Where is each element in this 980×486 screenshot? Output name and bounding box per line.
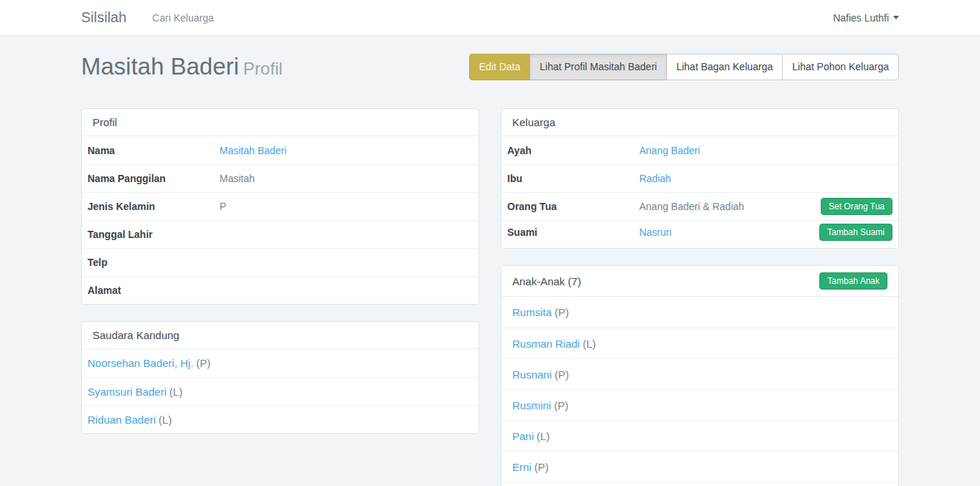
person-link[interactable]: Noorsehan Baderi, Hj. xyxy=(88,357,194,369)
table-row: Alamat xyxy=(82,276,479,304)
list-item: Rusnani (P) xyxy=(501,358,898,389)
row-value: Masitah xyxy=(220,173,473,184)
list-item: Erni (P) xyxy=(501,451,898,482)
anak-list: Rumsita (P) Rusman Riadi (L) Rusnani (P)… xyxy=(501,297,898,486)
gender-tag: (P) xyxy=(554,399,568,411)
gender-tag: (P) xyxy=(534,461,549,473)
row-label: Nama xyxy=(88,145,220,156)
person-link[interactable]: Radiah xyxy=(639,173,671,184)
anak-panel-heading: Anak-Anak (7) Tambah Anak xyxy=(501,266,898,297)
row-label: Telp xyxy=(88,257,220,268)
user-dropdown[interactable]: Nafies Luthfi xyxy=(833,12,899,24)
table-row: Ayah Anang Baderi xyxy=(501,136,898,164)
person-link[interactable]: Erni xyxy=(512,461,532,473)
list-item: Riduan Baderi (L) xyxy=(82,405,479,433)
list-item: Pani (L) xyxy=(501,420,898,451)
saudara-panel-heading: Saudara Kandung xyxy=(82,322,479,349)
gender-tag: (L) xyxy=(169,386,182,398)
table-row: Jenis Kelamin P xyxy=(82,192,479,220)
person-link[interactable]: Rusnani xyxy=(512,368,552,381)
gender-tag: (P) xyxy=(555,368,569,381)
lihat-profil-button[interactable]: Lihat Profil Masitah Baderi xyxy=(529,54,666,80)
table-row: Nama Masitah Baderi xyxy=(82,136,479,164)
list-item-clipped xyxy=(501,482,898,486)
table-row: Nama Panggilan Masitah xyxy=(82,164,479,192)
row-label: Nama Panggilan xyxy=(88,173,220,184)
row-value: Anang Baderi & Radiah xyxy=(639,201,821,212)
person-link[interactable]: Riduan Baderi xyxy=(88,414,156,426)
keluarga-panel-title: Keluarga xyxy=(512,116,555,128)
lihat-bagan-keluarga-button[interactable]: Lihat Bagan Keluarga xyxy=(666,54,783,80)
tambah-anak-button[interactable]: Tambah Anak xyxy=(819,272,887,290)
page-title: Masitah BaderiProfil xyxy=(81,52,283,83)
list-item: Syamsuri Baderi (L) xyxy=(82,377,479,405)
row-label: Tanggal Lahir xyxy=(88,229,220,240)
row-label: Ayah xyxy=(507,145,639,156)
person-link[interactable]: Anang Baderi xyxy=(639,145,700,156)
keluarga-panel: Keluarga Ayah Anang Baderi Ibu Radiah Or… xyxy=(501,108,899,249)
right-column: Keluarga Ayah Anang Baderi Ibu Radiah Or… xyxy=(501,108,899,486)
person-link[interactable]: Pani xyxy=(512,430,534,442)
row-label: Ibu xyxy=(507,173,639,184)
person-name: Masitah Baderi xyxy=(81,53,239,80)
profil-panel-heading: Profil xyxy=(82,109,479,136)
chevron-down-icon xyxy=(893,16,899,19)
anak-anak-panel: Anak-Anak (7) Tambah Anak Rumsita (P) Ru… xyxy=(501,265,899,486)
table-row: Ibu Radiah xyxy=(501,164,898,192)
row-label: Orang Tua xyxy=(507,201,639,212)
gender-tag: (P) xyxy=(197,357,211,369)
list-item: Rumsita (P) xyxy=(501,297,898,328)
saudara-kandung-panel: Saudara Kandung Noorsehan Baderi, Hj. (P… xyxy=(81,321,479,434)
row-label: Alamat xyxy=(88,285,220,296)
table-row: Telp xyxy=(82,248,479,276)
page-subtitle: Profil xyxy=(243,59,283,78)
tambah-suami-button[interactable]: Tambah Suami xyxy=(819,224,892,241)
left-column: Profil Nama Masitah Baderi Nama Panggila… xyxy=(81,108,479,486)
page-header: Masitah BaderiProfil Edit Data Lihat Pro… xyxy=(81,52,899,83)
nav-item-cari-keluarga[interactable]: Cari Keluarga xyxy=(152,12,214,24)
profile-action-button-group: Edit Data Lihat Profil Masitah Baderi Li… xyxy=(469,54,899,80)
lihat-pohon-keluarga-button[interactable]: Lihat Pohon Keluarga xyxy=(782,54,899,80)
saudara-panel-title: Saudara Kandung xyxy=(93,329,179,341)
navbar: Silsilah Cari Keluarga Nafies Luthfi xyxy=(0,0,980,36)
gender-tag: (L) xyxy=(537,430,550,442)
row-label: Jenis Kelamin xyxy=(88,201,220,212)
person-link[interactable]: Nasrun xyxy=(639,227,672,238)
person-link[interactable]: Rusman Riadi xyxy=(512,338,580,350)
profil-panel: Profil Nama Masitah Baderi Nama Panggila… xyxy=(81,108,479,305)
saudara-list: Noorsehan Baderi, Hj. (P) Syamsuri Bader… xyxy=(82,349,479,433)
person-link[interactable]: Syamsuri Baderi xyxy=(88,386,166,398)
anak-panel-title: Anak-Anak (7) xyxy=(512,275,581,287)
table-row: Suami Nasrun Tambah Suami xyxy=(501,220,898,248)
profil-table: Nama Masitah Baderi Nama Panggilan Masit… xyxy=(82,136,479,304)
table-row: Tanggal Lahir xyxy=(82,220,479,248)
gender-tag: (L) xyxy=(583,338,595,350)
set-orang-tua-button[interactable]: Set Orang Tua xyxy=(821,198,892,215)
gender-tag: (P) xyxy=(555,306,569,318)
list-item: Noorsehan Baderi, Hj. (P) xyxy=(82,349,479,377)
keluarga-panel-heading: Keluarga xyxy=(501,109,898,136)
person-link[interactable]: Rusmini xyxy=(512,399,551,411)
brand-silsilah[interactable]: Silsilah xyxy=(81,9,126,26)
user-dropdown-label: Nafies Luthfi xyxy=(833,12,889,24)
row-label: Suami xyxy=(507,227,639,238)
edit-data-button[interactable]: Edit Data xyxy=(469,54,531,80)
person-link[interactable]: Masitah Baderi xyxy=(220,145,286,156)
profil-panel-title: Profil xyxy=(93,116,117,128)
gender-tag: (L) xyxy=(159,414,171,426)
table-row: Orang Tua Anang Baderi & Radiah Set Oran… xyxy=(501,192,898,220)
list-item: Rusmini (P) xyxy=(501,389,898,420)
list-item: Rusman Riadi (L) xyxy=(501,328,898,358)
keluarga-table: Ayah Anang Baderi Ibu Radiah Orang Tua A… xyxy=(501,136,898,248)
row-value: P xyxy=(220,201,473,212)
person-link[interactable]: Rumsita xyxy=(512,306,552,318)
